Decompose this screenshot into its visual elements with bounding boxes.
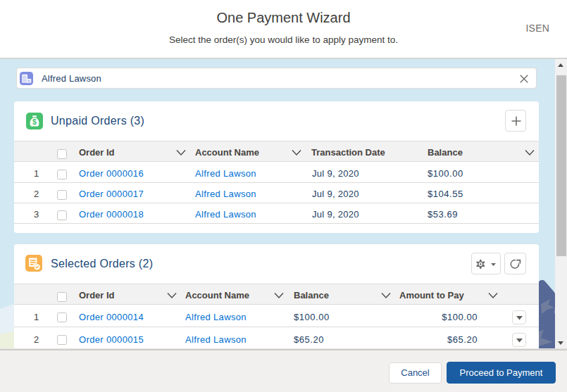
svg-text:$: $ — [32, 118, 37, 126]
